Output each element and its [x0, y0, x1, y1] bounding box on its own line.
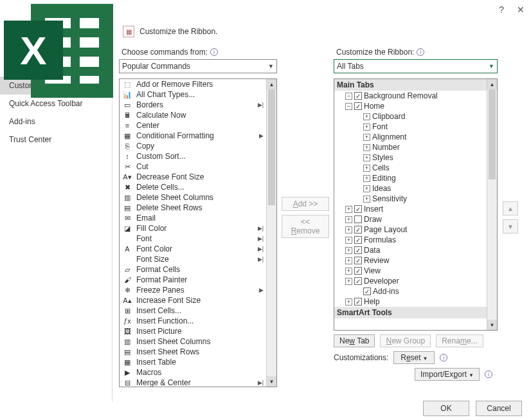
tree-item[interactable]: −✓Background Removal [334, 91, 487, 101]
move-down-button[interactable]: ▼ [503, 219, 518, 233]
expand-icon[interactable]: + [363, 185, 370, 192]
info-icon[interactable]: i [485, 370, 492, 378]
checkbox[interactable]: ✓ [354, 267, 362, 275]
import-export-button[interactable]: Import/Export▼ [415, 368, 480, 381]
checkbox[interactable]: ✓ [354, 257, 362, 264]
tree-item[interactable]: ✓Add-ins [334, 286, 487, 297]
info-icon[interactable]: i [210, 48, 218, 56]
command-item[interactable]: ƒxInsert Function... [120, 316, 266, 326]
tree-item[interactable]: +Styles [334, 152, 487, 163]
checkbox[interactable]: ✓ [354, 226, 362, 233]
tree-item[interactable]: +Font [334, 122, 487, 132]
command-item[interactable]: 🖌Format Painter [120, 275, 266, 285]
command-item[interactable]: A▴Increase Font Size [120, 295, 266, 306]
expand-icon[interactable]: + [345, 268, 352, 275]
tree-item[interactable]: +✓Review [334, 255, 487, 266]
expand-icon[interactable]: + [345, 247, 352, 254]
remove-button[interactable]: << Remove [282, 215, 329, 238]
tree-item[interactable]: +✓Formulas [334, 235, 487, 245]
expand-icon[interactable]: + [363, 196, 370, 203]
close-icon[interactable]: ✕ [517, 5, 525, 15]
tree-item[interactable]: +Draw [334, 214, 487, 224]
command-item[interactable]: ▤Insert Sheet Rows [120, 347, 266, 357]
checkbox[interactable]: ✓ [354, 102, 362, 110]
rename-button[interactable]: Rename... [436, 334, 483, 347]
expand-icon[interactable]: + [363, 175, 370, 182]
help-icon[interactable]: ? [499, 5, 504, 15]
expand-icon[interactable]: + [363, 144, 370, 151]
checkbox[interactable]: ✓ [354, 205, 362, 213]
tree-item[interactable]: +Alignment [334, 132, 487, 142]
new-group-button[interactable]: New Group [380, 334, 431, 347]
command-item[interactable]: ↕Custom Sort... [120, 151, 266, 161]
command-item[interactable]: ≡Center [120, 120, 266, 131]
command-item[interactable]: ▤Delete Sheet Rows [120, 203, 266, 213]
scroll-down-icon[interactable]: ▼ [487, 320, 497, 330]
expand-icon[interactable]: + [363, 165, 370, 172]
tabs-tree[interactable]: Main Tabs−✓Background Removal−✓Home+Clip… [334, 78, 498, 331]
expand-icon[interactable]: + [345, 257, 352, 264]
expand-icon[interactable]: + [345, 237, 352, 244]
expand-icon[interactable]: + [345, 216, 352, 223]
command-item[interactable]: Font Size▶| [120, 254, 266, 264]
command-item[interactable]: Font▶| [120, 233, 266, 244]
checkbox[interactable]: ✓ [354, 92, 362, 100]
command-item[interactable]: ⊟Merge & Center▶| [120, 378, 266, 387]
expand-icon[interactable]: + [363, 134, 370, 141]
info-icon[interactable]: i [440, 354, 447, 361]
tree-item[interactable]: +Editing [334, 173, 487, 183]
scroll-thumb[interactable] [268, 89, 275, 205]
tree-item[interactable]: +Cells [334, 163, 487, 173]
commands-listbox[interactable]: ⬚Add or Remove Filters📊All Chart Types..… [119, 78, 277, 387]
expand-icon[interactable]: + [345, 298, 352, 306]
command-item[interactable]: ▶Macros [120, 367, 266, 378]
tree-item[interactable]: +✓View [334, 266, 487, 276]
info-icon[interactable]: i [417, 48, 424, 56]
command-item[interactable]: ▦Insert Table [120, 357, 266, 367]
checkbox[interactable]: ✓ [354, 277, 362, 285]
tree-item[interactable]: +Sensitivity [334, 194, 487, 204]
expand-icon[interactable]: + [345, 278, 352, 285]
ok-button[interactable]: OK [423, 401, 469, 416]
command-item[interactable]: ✖Delete Cells... [120, 182, 266, 192]
scroll-up-icon[interactable]: ▲ [267, 79, 276, 89]
command-item[interactable]: A▾Decrease Font Size [120, 172, 266, 182]
command-item[interactable]: 📊All Chart Types... [120, 89, 266, 100]
command-item[interactable]: AFont Color▶| [120, 244, 266, 254]
move-up-button[interactable]: ▲ [503, 201, 518, 215]
checkbox[interactable] [354, 215, 362, 223]
choose-commands-dropdown[interactable]: Popular Commands ▼ [119, 59, 277, 73]
scrollbar[interactable]: ▲ ▼ [266, 79, 276, 387]
command-item[interactable]: ▦Conditional Formatting▶ [120, 131, 266, 141]
reset-button[interactable]: Reset▼ [393, 351, 435, 364]
tree-item[interactable]: +✓Developer [334, 276, 487, 286]
tree-item[interactable]: +✓Data [334, 245, 487, 255]
checkbox[interactable]: ✓ [354, 298, 362, 306]
command-item[interactable]: ▭Borders▶| [120, 100, 266, 110]
expand-icon[interactable]: + [363, 154, 370, 161]
command-item[interactable]: 🖼Insert Picture [120, 326, 266, 336]
scroll-thumb[interactable] [489, 89, 496, 179]
customize-ribbon-dropdown[interactable]: All Tabs ▼ [334, 59, 498, 73]
tree-item[interactable]: +✓Page Layout [334, 224, 487, 235]
tree-item[interactable]: +✓Insert [334, 204, 487, 214]
sidebar-item-add-ins[interactable]: Add-ins [0, 113, 112, 131]
command-item[interactable]: ✉Email [120, 213, 266, 223]
add-button[interactable]: Add >> [282, 197, 329, 211]
tree-item[interactable]: +Number [334, 142, 487, 152]
checkbox[interactable]: ✓ [354, 236, 362, 244]
cancel-button[interactable]: Cancel [476, 401, 522, 416]
command-item[interactable]: ⊞Insert Cells... [120, 306, 266, 316]
command-item[interactable]: ▥Insert Sheet Columns [120, 336, 266, 347]
tree-item[interactable]: +Ideas [334, 183, 487, 194]
expand-icon[interactable]: − [345, 93, 352, 100]
command-item[interactable]: ⬚Add or Remove Filters [120, 79, 266, 89]
expand-icon[interactable]: + [345, 226, 352, 233]
expand-icon[interactable]: + [345, 206, 352, 213]
checkbox[interactable]: ✓ [363, 288, 371, 295]
command-item[interactable]: ▥Delete Sheet Columns [120, 192, 266, 203]
command-item[interactable]: ▱Format Cells [120, 264, 266, 275]
tree-item[interactable]: +Clipboard [334, 111, 487, 122]
expand-icon[interactable]: + [363, 123, 370, 131]
command-item[interactable]: ❄Freeze Panes▶ [120, 285, 266, 295]
